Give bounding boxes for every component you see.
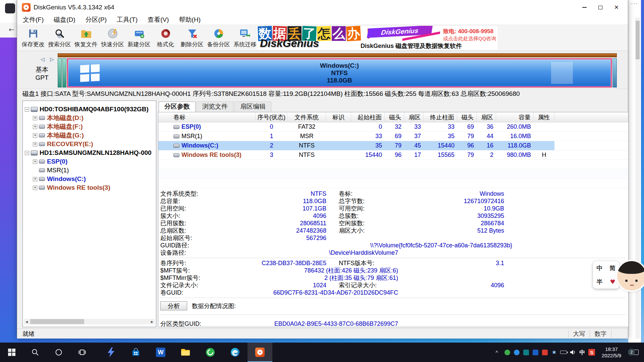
disk-nav-arrows[interactable]: ◁ ▷ <box>41 56 56 62</box>
sogou-input-widget[interactable]: 中 简 半 ♥ <box>593 261 644 291</box>
input-language-indicator[interactable]: 中 <box>578 343 587 362</box>
partition-segment-windows[interactable]: Windows(C:) NTFS 118.0GB <box>67 58 612 87</box>
tree-item[interactable]: +本地磁盘(D:) <box>23 114 156 122</box>
taskbar-app-edge[interactable] <box>223 343 248 362</box>
sogou-mode-simplified[interactable]: 简 <box>610 264 616 272</box>
start-button[interactable] <box>0 343 23 362</box>
tab-1[interactable]: 浏览文件 <box>197 102 233 112</box>
column-header[interactable]: 容量 <box>496 112 534 122</box>
format-button[interactable]: 格式化 <box>152 25 179 50</box>
tree-item[interactable]: +本地磁盘(F:) <box>23 122 156 131</box>
tree-horizontal-scrollbar[interactable]: ◀ ▶ <box>24 319 155 324</box>
sogou-mode-chinese[interactable]: 中 <box>597 264 603 272</box>
menu-item[interactable]: 分区(P) <box>80 15 112 25</box>
column-header[interactable]: 磁头 <box>457 112 477 122</box>
menu-item[interactable]: 查看(V) <box>143 15 174 25</box>
tray-icon-blue-app[interactable] <box>512 343 521 362</box>
expand-toggle-icon[interactable]: + <box>33 186 37 190</box>
tree-item[interactable]: +ESP(0) <box>23 157 156 166</box>
tree-item[interactable]: +本地磁盘(G:) <box>23 131 156 140</box>
expand-toggle-icon[interactable]: − <box>25 107 29 112</box>
system-migrate-button[interactable]: 系统迁移 <box>232 25 258 50</box>
tray-icon-blue-square-app[interactable] <box>531 343 540 362</box>
expand-toggle-icon[interactable]: + <box>33 160 37 164</box>
expand-toggle-icon[interactable]: + <box>33 133 37 138</box>
column-header[interactable]: 起始柱面 <box>351 112 385 122</box>
sogou-heart-icon[interactable]: ♥ <box>610 278 615 285</box>
tree-item[interactable]: +RECOVERY(E:) <box>23 140 156 148</box>
expand-toggle-icon[interactable]: + <box>33 177 37 181</box>
tab-2[interactable]: 扇区编辑 <box>234 102 271 112</box>
promo-banner[interactable]: 数据丢了怎么办！ DiskGenius DiskGenius 致电: 400-0… <box>256 25 498 50</box>
scroll-right-icon[interactable]: ▶ <box>149 319 155 324</box>
column-header[interactable]: 属性 <box>534 112 554 122</box>
table-row[interactable]: Windows(C:)2NTFS357945154409616118.0GB <box>158 141 628 150</box>
expand-toggle-icon[interactable]: + <box>33 125 37 129</box>
banner-qq-link[interactable]: 或点击此处选择QQ咨询 <box>443 36 496 42</box>
column-header[interactable]: 标识 <box>326 112 351 122</box>
table-row[interactable]: MSR(1)1MSR33693735794416.0MB <box>158 132 628 141</box>
sogou-mode-halfwidth[interactable]: 半 <box>597 278 603 286</box>
scrollbar-track[interactable] <box>30 319 149 324</box>
hidden-icons-chevron[interactable]: ^ <box>491 343 502 362</box>
save-changes-button[interactable]: 保存更改 <box>20 25 46 50</box>
clock[interactable]: 18:37 2022/5/9 <box>596 346 627 359</box>
tab-0[interactable]: 分区参数 <box>159 102 196 112</box>
expand-toggle-icon[interactable]: + <box>33 142 37 146</box>
menu-item[interactable]: 文件(F) <box>18 15 49 25</box>
expand-toggle-icon[interactable]: − <box>25 151 29 155</box>
taskbar-app-store[interactable] <box>123 343 148 362</box>
tree-item[interactable]: −HD0:TOSHIBAMQ04ABF100(932GB) <box>23 105 156 114</box>
tree-item[interactable]: MSR(1) <box>23 166 156 175</box>
back-arrow-icon[interactable]: ← <box>9 25 14 34</box>
analyze-button[interactable]: 分析 <box>160 301 187 310</box>
table-row[interactable]: ESP(0)0FAT3203233336936260.0MB <box>158 122 628 132</box>
partition-segment-msr[interactable] <box>62 58 66 87</box>
taskbar-app-browser-green[interactable] <box>198 343 223 362</box>
scroll-left-icon[interactable]: ◀ <box>24 319 30 324</box>
volume-icon[interactable] <box>568 343 578 362</box>
sogou-sticker-face[interactable] <box>617 261 644 291</box>
search-partition-button[interactable]: 搜索分区 <box>46 25 73 50</box>
tray-icon-antivirus[interactable] <box>502 343 512 362</box>
scrollbar-thumb[interactable] <box>30 319 84 324</box>
menu-item[interactable]: 帮助(H) <box>174 15 206 25</box>
sogou-tray-icon[interactable]: S <box>587 343 596 362</box>
taskbar-app-diskgenius[interactable] <box>248 343 272 362</box>
table-row[interactable]: Windows RE tools(3)3NTFS1544096171556579… <box>158 150 628 160</box>
column-header[interactable]: 磁头 <box>385 112 404 122</box>
delete-partition-button[interactable]: 删除分区 <box>179 25 205 50</box>
recover-files-button[interactable]: 恢复文件 <box>73 25 99 50</box>
cortana-button[interactable] <box>47 343 70 362</box>
column-header[interactable]: 终止柱面 <box>424 112 457 122</box>
sogou-mode-panel[interactable]: 中 简 半 ♥ <box>593 261 619 289</box>
column-header[interactable]: 卷标 <box>158 112 256 122</box>
close-button[interactable]: × <box>608 0 625 15</box>
menu-item[interactable]: 工具(T) <box>112 15 143 25</box>
backup-partition-button[interactable]: 备份分区 <box>205 25 232 50</box>
column-header[interactable]: 序号(状态) <box>256 112 287 122</box>
task-view-button[interactable] <box>70 343 94 362</box>
maximize-button[interactable] <box>592 0 608 15</box>
tree-item[interactable]: +Windows(C:) <box>23 175 156 183</box>
tray-icon-red-app[interactable] <box>540 343 549 362</box>
column-header[interactable]: 扇区 <box>404 112 424 122</box>
column-header[interactable]: 文件系统 <box>287 112 326 122</box>
action-center-button[interactable]: 2 <box>627 343 644 362</box>
partition-segment-re-tools[interactable] <box>612 58 617 87</box>
more-options-icon[interactable]: ··· <box>628 1 641 7</box>
tray-icon-teal-app[interactable] <box>521 343 531 362</box>
taskbar-app-lightning[interactable] <box>99 343 123 362</box>
scrollbar-thumb[interactable] <box>636 21 640 59</box>
snowflake-icon[interactable] <box>549 343 559 362</box>
minimize-button[interactable] <box>576 0 592 15</box>
column-header[interactable]: 扇区 <box>477 112 496 122</box>
taskbar-app-explorer[interactable] <box>173 343 198 362</box>
menu-item[interactable]: 磁盘(D) <box>49 15 80 25</box>
new-partition-button[interactable]: 新建分区 <box>126 25 152 50</box>
partition-segment-esp[interactable] <box>58 58 62 87</box>
taskbar-search-button[interactable] <box>23 343 47 362</box>
expand-toggle-icon[interactable]: + <box>33 116 37 120</box>
battery-icon[interactable] <box>559 343 568 362</box>
tree-item[interactable]: −HD1:SAMSUNGMZNLN128HAHQ-000 <box>23 148 156 157</box>
